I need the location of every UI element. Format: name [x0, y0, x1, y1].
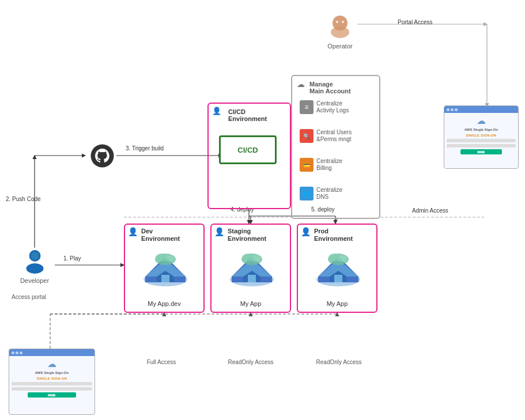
dev-env-box: 👤 DevEnvironment My App.dev [124, 224, 205, 313]
svg-point-21 [333, 16, 348, 31]
service-activity-logs: ≡ CentralizeActivity Logs [297, 98, 372, 116]
svg-rect-54 [477, 151, 483, 153]
service-billing: 💳 CentralizeBilling [297, 156, 372, 174]
operator-icon [326, 10, 354, 39]
sso-left-box: ☁ AWS Single Sign-On SINGLE SIGN-ON [9, 349, 95, 415]
prod-env-title: ProdEnvironment [314, 228, 353, 243]
sso-left-title: SINGLE SIGN-ON [37, 377, 67, 380]
service-billing-label: CentralizeBilling [316, 158, 342, 172]
staging-env-icon: 👤 [214, 227, 224, 236]
push-code-label: 2. Push Code [6, 196, 41, 202]
staging-env-title: StagingEnvironment [228, 228, 266, 243]
play-label: 1. Play [63, 255, 81, 262]
sso-left-input1[interactable] [12, 382, 92, 385]
full-access-label: Full Access [133, 359, 190, 365]
sso-left-cloud-icon: ☁ [47, 358, 56, 369]
cicd-environment-box: 👤 CI/CDEnvironment CI/CD [207, 103, 291, 209]
svg-rect-32 [161, 275, 169, 282]
svg-point-26 [26, 263, 43, 274]
cicd-env-title: CI/CDEnvironment [225, 107, 270, 124]
github-icon [89, 143, 115, 169]
dev-env-title: DevEnvironment [141, 228, 180, 243]
developer-figure: Developer [14, 248, 55, 284]
service-activity-logs-label: CentralizeActivity Logs [316, 100, 349, 114]
svg-point-22 [336, 21, 338, 23]
cicd-label: CI/CD [237, 146, 258, 154]
svg-rect-52 [48, 394, 54, 396]
staging-env-box: 👤 StagingEnvironment My App [210, 224, 291, 313]
service-users-perms: 🔍 Central Users&Perms mngt [297, 127, 372, 145]
svg-marker-53 [54, 393, 56, 397]
sso-left-button[interactable] [28, 392, 76, 398]
sso-right-brand: AWS Single Sign-On [464, 128, 498, 132]
sso-left-input2[interactable] [12, 387, 92, 391]
dev-app-label: My App.dev [125, 300, 203, 307]
access-portal-label: Access portal [12, 294, 46, 300]
diagram: Operator Portal Access Admin Access 2. P… [0, 0, 525, 420]
staging-app-icon [220, 248, 284, 291]
dev-env-icon: 👤 [128, 227, 138, 236]
svg-point-23 [342, 21, 344, 23]
service-dns-label: CentralizeDNS [316, 187, 342, 200]
sso-right-input2[interactable] [447, 144, 516, 147]
admin-access-label: Admin Access [412, 207, 448, 214]
prod-app-label: My App [298, 300, 376, 307]
operator-label: Operator [320, 43, 360, 50]
main-account-icon: ☁ [297, 80, 305, 89]
prod-env-box: 👤 ProdEnvironment My App [297, 224, 377, 313]
svg-point-24 [91, 145, 114, 168]
cicd-env-icon: 👤 [212, 107, 221, 115]
service-dns: 🌐 CentralizeDNS [297, 184, 372, 203]
sso-right-cloud-icon: ☁ [477, 115, 486, 126]
sso-right-title: SINGLE SIGN-ON [466, 134, 497, 137]
sso-left-brand: AWS Single Sign-On [35, 371, 69, 375]
readonly-prod-label: ReadOnly Access [304, 359, 373, 365]
sso-right-input1[interactable] [447, 139, 516, 142]
portal-access-label: Portal Access [398, 19, 433, 25]
prod-env-icon: 👤 [301, 227, 311, 236]
cicd-inner-box: CI/CD [219, 135, 277, 164]
service-users-label: Central Users&Perms mngt [316, 129, 352, 143]
developer-icon [22, 248, 48, 274]
trigger-build-label: 3. Trigger build [126, 145, 164, 152]
svg-point-51 [338, 255, 347, 262]
operator-figure: Operator [320, 10, 360, 50]
readonly-staging-label: ReadOnly Access [216, 359, 285, 365]
svg-point-35 [165, 255, 174, 262]
prod-app-icon [307, 248, 370, 291]
dev-app-icon [134, 248, 197, 291]
staging-app-label: My App [211, 300, 290, 307]
svg-rect-48 [334, 275, 342, 282]
sso-right-box: ☁ AWS Single Sign-On SINGLE SIGN-ON [444, 105, 519, 169]
main-account-title: ManageMain Account [309, 81, 351, 94]
developer-label: Developer [14, 277, 55, 284]
svg-marker-55 [483, 150, 485, 154]
svg-point-27 [31, 252, 39, 260]
main-account-box: ☁ ManageMain Account ≡ CentralizeActivit… [291, 75, 380, 219]
sso-right-button[interactable] [460, 149, 502, 154]
svg-rect-40 [248, 275, 256, 282]
svg-point-43 [251, 255, 260, 262]
